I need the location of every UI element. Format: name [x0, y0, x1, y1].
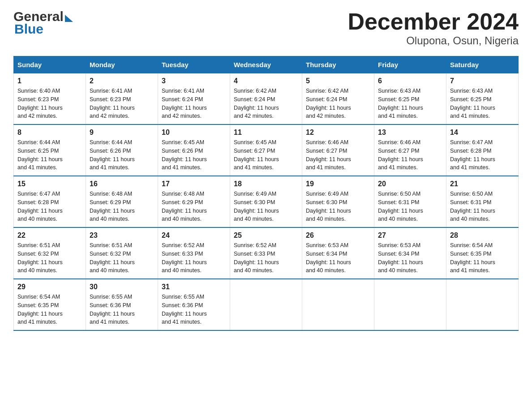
col-saturday: Saturday	[446, 56, 519, 73]
day-number: 18	[234, 180, 298, 188]
calendar-day-cell: 20 Sunrise: 6:50 AM Sunset: 6:31 PM Dayl…	[374, 176, 446, 227]
calendar-day-cell	[374, 279, 446, 330]
day-info: Sunrise: 6:50 AM Sunset: 6:31 PM Dayligh…	[378, 190, 442, 223]
day-number: 30	[90, 283, 154, 291]
day-number: 26	[306, 231, 370, 240]
calendar-day-cell	[302, 279, 374, 330]
calendar-table: Sunday Monday Tuesday Wednesday Thursday…	[13, 56, 519, 331]
day-number: 16	[90, 180, 154, 188]
day-number: 13	[378, 128, 442, 137]
calendar-day-cell: 15 Sunrise: 6:47 AM Sunset: 6:28 PM Dayl…	[14, 176, 86, 227]
calendar-day-cell: 29 Sunrise: 6:54 AM Sunset: 6:35 PM Dayl…	[14, 279, 86, 330]
day-info: Sunrise: 6:55 AM Sunset: 6:36 PM Dayligh…	[162, 293, 226, 326]
day-number: 25	[234, 231, 298, 240]
calendar-title: December 2024	[348, 9, 519, 34]
day-info: Sunrise: 6:53 AM Sunset: 6:34 PM Dayligh…	[378, 241, 442, 275]
day-info: Sunrise: 6:46 AM Sunset: 6:27 PM Dayligh…	[306, 138, 370, 172]
day-info: Sunrise: 6:54 AM Sunset: 6:35 PM Dayligh…	[450, 241, 515, 275]
day-info: Sunrise: 6:44 AM Sunset: 6:26 PM Dayligh…	[90, 138, 154, 172]
day-number: 17	[162, 180, 226, 188]
day-info: Sunrise: 6:49 AM Sunset: 6:30 PM Dayligh…	[234, 190, 298, 223]
day-number: 7	[450, 77, 515, 85]
day-info: Sunrise: 6:43 AM Sunset: 6:25 PM Dayligh…	[450, 87, 515, 120]
calendar-day-cell: 12 Sunrise: 6:46 AM Sunset: 6:27 PM Dayl…	[302, 124, 374, 176]
calendar-day-cell: 21 Sunrise: 6:50 AM Sunset: 6:31 PM Dayl…	[446, 176, 519, 227]
col-friday: Friday	[374, 56, 446, 73]
calendar-day-cell: 11 Sunrise: 6:45 AM Sunset: 6:27 PM Dayl…	[230, 124, 302, 176]
day-info: Sunrise: 6:40 AM Sunset: 6:23 PM Dayligh…	[17, 87, 82, 120]
calendar-day-cell: 1 Sunrise: 6:40 AM Sunset: 6:23 PM Dayli…	[14, 73, 86, 125]
calendar-day-cell: 6 Sunrise: 6:43 AM Sunset: 6:25 PM Dayli…	[374, 73, 446, 125]
calendar-day-cell: 8 Sunrise: 6:44 AM Sunset: 6:25 PM Dayli…	[14, 124, 86, 176]
calendar-day-cell: 31 Sunrise: 6:55 AM Sunset: 6:36 PM Dayl…	[158, 279, 230, 330]
day-info: Sunrise: 6:48 AM Sunset: 6:29 PM Dayligh…	[162, 190, 226, 223]
calendar-subtitle: Olupona, Osun, Nigeria	[348, 34, 519, 47]
calendar-day-cell: 2 Sunrise: 6:41 AM Sunset: 6:23 PM Dayli…	[86, 73, 158, 125]
day-info: Sunrise: 6:42 AM Sunset: 6:24 PM Dayligh…	[234, 87, 298, 120]
calendar-day-cell: 7 Sunrise: 6:43 AM Sunset: 6:25 PM Dayli…	[446, 73, 519, 125]
title-block: December 2024 Olupona, Osun, Nigeria	[348, 9, 519, 47]
day-number: 15	[17, 180, 82, 188]
calendar-day-cell: 4 Sunrise: 6:42 AM Sunset: 6:24 PM Dayli…	[230, 73, 302, 125]
calendar-day-cell: 17 Sunrise: 6:48 AM Sunset: 6:29 PM Dayl…	[158, 176, 230, 227]
calendar-day-cell: 24 Sunrise: 6:52 AM Sunset: 6:33 PM Dayl…	[158, 227, 230, 279]
page-header: General Blue December 2024 Olupona, Osun…	[13, 9, 519, 47]
day-info: Sunrise: 6:52 AM Sunset: 6:33 PM Dayligh…	[162, 241, 226, 275]
day-info: Sunrise: 6:44 AM Sunset: 6:25 PM Dayligh…	[17, 138, 82, 172]
day-info: Sunrise: 6:49 AM Sunset: 6:30 PM Dayligh…	[306, 190, 370, 223]
day-info: Sunrise: 6:45 AM Sunset: 6:27 PM Dayligh…	[234, 138, 298, 172]
day-number: 8	[17, 128, 82, 137]
day-info: Sunrise: 6:47 AM Sunset: 6:28 PM Dayligh…	[17, 190, 82, 223]
day-info: Sunrise: 6:41 AM Sunset: 6:24 PM Dayligh…	[162, 87, 226, 120]
calendar-day-cell: 27 Sunrise: 6:53 AM Sunset: 6:34 PM Dayl…	[374, 227, 446, 279]
calendar-day-cell: 19 Sunrise: 6:49 AM Sunset: 6:30 PM Dayl…	[302, 176, 374, 227]
calendar-day-cell: 16 Sunrise: 6:48 AM Sunset: 6:29 PM Dayl…	[86, 176, 158, 227]
col-tuesday: Tuesday	[158, 56, 230, 73]
day-number: 6	[378, 77, 442, 85]
calendar-day-cell: 10 Sunrise: 6:45 AM Sunset: 6:26 PM Dayl…	[158, 124, 230, 176]
calendar-day-cell: 18 Sunrise: 6:49 AM Sunset: 6:30 PM Dayl…	[230, 176, 302, 227]
day-number: 29	[17, 283, 82, 291]
calendar-day-cell: 9 Sunrise: 6:44 AM Sunset: 6:26 PM Dayli…	[86, 124, 158, 176]
day-number: 20	[378, 180, 442, 188]
day-number: 9	[90, 128, 154, 137]
logo-arrow-icon	[65, 15, 73, 22]
day-number: 11	[234, 128, 298, 137]
day-number: 1	[17, 77, 82, 85]
day-number: 24	[162, 231, 226, 240]
calendar-day-cell: 25 Sunrise: 6:52 AM Sunset: 6:33 PM Dayl…	[230, 227, 302, 279]
day-info: Sunrise: 6:46 AM Sunset: 6:27 PM Dayligh…	[378, 138, 442, 172]
day-number: 2	[90, 77, 154, 85]
day-number: 12	[306, 128, 370, 137]
day-info: Sunrise: 6:45 AM Sunset: 6:26 PM Dayligh…	[162, 138, 226, 172]
calendar-day-cell: 26 Sunrise: 6:53 AM Sunset: 6:34 PM Dayl…	[302, 227, 374, 279]
calendar-week-row: 8 Sunrise: 6:44 AM Sunset: 6:25 PM Dayli…	[14, 124, 519, 176]
calendar-week-row: 15 Sunrise: 6:47 AM Sunset: 6:28 PM Dayl…	[14, 176, 519, 227]
calendar-day-cell	[230, 279, 302, 330]
calendar-header-row: Sunday Monday Tuesday Wednesday Thursday…	[14, 56, 519, 73]
col-sunday: Sunday	[14, 56, 86, 73]
calendar-day-cell: 14 Sunrise: 6:47 AM Sunset: 6:28 PM Dayl…	[446, 124, 519, 176]
day-info: Sunrise: 6:51 AM Sunset: 6:32 PM Dayligh…	[90, 241, 154, 275]
day-info: Sunrise: 6:50 AM Sunset: 6:31 PM Dayligh…	[450, 190, 515, 223]
day-number: 23	[90, 231, 154, 240]
col-monday: Monday	[86, 56, 158, 73]
calendar-week-row: 1 Sunrise: 6:40 AM Sunset: 6:23 PM Dayli…	[14, 73, 519, 125]
calendar-day-cell: 3 Sunrise: 6:41 AM Sunset: 6:24 PM Dayli…	[158, 73, 230, 125]
day-number: 10	[162, 128, 226, 137]
day-info: Sunrise: 6:51 AM Sunset: 6:32 PM Dayligh…	[17, 241, 82, 275]
calendar-day-cell: 23 Sunrise: 6:51 AM Sunset: 6:32 PM Dayl…	[86, 227, 158, 279]
day-number: 28	[450, 231, 515, 240]
calendar-day-cell: 28 Sunrise: 6:54 AM Sunset: 6:35 PM Dayl…	[446, 227, 519, 279]
calendar-week-row: 29 Sunrise: 6:54 AM Sunset: 6:35 PM Dayl…	[14, 279, 519, 330]
calendar-day-cell: 13 Sunrise: 6:46 AM Sunset: 6:27 PM Dayl…	[374, 124, 446, 176]
day-number: 5	[306, 77, 370, 85]
col-thursday: Thursday	[302, 56, 374, 73]
day-info: Sunrise: 6:43 AM Sunset: 6:25 PM Dayligh…	[378, 87, 442, 120]
day-info: Sunrise: 6:52 AM Sunset: 6:33 PM Dayligh…	[234, 241, 298, 275]
day-number: 21	[450, 180, 515, 188]
day-info: Sunrise: 6:54 AM Sunset: 6:35 PM Dayligh…	[17, 293, 82, 326]
calendar-day-cell: 30 Sunrise: 6:55 AM Sunset: 6:36 PM Dayl…	[86, 279, 158, 330]
calendar-day-cell: 22 Sunrise: 6:51 AM Sunset: 6:32 PM Dayl…	[14, 227, 86, 279]
calendar-day-cell: 5 Sunrise: 6:42 AM Sunset: 6:24 PM Dayli…	[302, 73, 374, 125]
